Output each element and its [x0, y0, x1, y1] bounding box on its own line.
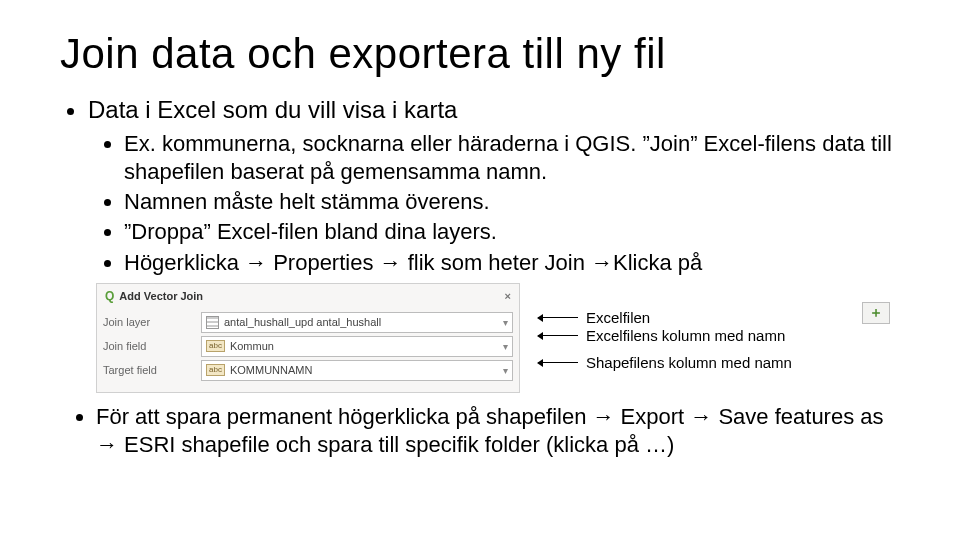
qgis-icon: Q — [105, 289, 114, 303]
join-layer-combo[interactable]: antal_hushall_upd antal_hushall ▾ — [201, 312, 513, 333]
join-field-value: Kommun — [230, 340, 274, 352]
abc-icon: abc — [206, 364, 225, 376]
layer-icon — [206, 316, 219, 329]
arrow-left-icon — [538, 362, 578, 363]
join-layer-value: antal_hushall_upd antal_hushall — [224, 316, 381, 328]
annotation-excelfile: Excelfilen — [586, 309, 650, 327]
abc-icon: abc — [206, 340, 225, 352]
annotation-excelcolumn: Excelfilens kolumn med namn — [586, 327, 785, 345]
subbullet-3: ”Droppa” Excel-filen bland dina layers. — [124, 218, 900, 246]
add-vector-join-dialog: Q Add Vector Join × Join layer antal_hus… — [96, 283, 520, 393]
arrow-left-icon — [538, 317, 578, 318]
chevron-down-icon: ▾ — [503, 341, 508, 352]
chevron-down-icon: ▾ — [503, 317, 508, 328]
chevron-down-icon: ▾ — [503, 365, 508, 376]
slide-title: Join data och exportera till ny fil — [60, 30, 900, 78]
bullet-list: Data i Excel som du vill visa i karta Ex… — [60, 96, 900, 277]
join-field-combo[interactable]: abc Kommun ▾ — [201, 336, 513, 357]
dialog-title: Add Vector Join — [119, 290, 203, 302]
target-field-label: Target field — [103, 364, 191, 376]
add-join-button[interactable]: ＋ — [862, 302, 890, 324]
bullet-1: Data i Excel som du vill visa i karta — [88, 96, 900, 124]
join-field-label: Join field — [103, 340, 191, 352]
annotations: Excelfilen Excelfilens kolumn med namn S… — [538, 309, 792, 372]
subbullet-1: Ex. kommunerna, socknarna eller häradern… — [124, 130, 900, 186]
subbullet-2: Namnen måste helt stämma överens. — [124, 188, 900, 216]
target-field-combo[interactable]: abc KOMMUNNAMN ▾ — [201, 360, 513, 381]
arrow-left-icon — [538, 335, 578, 336]
subbullet-4: Högerklicka → Properties → flik som hete… — [124, 249, 900, 277]
target-field-value: KOMMUNNAMN — [230, 364, 313, 376]
annotation-shapecolumn: Shapefilens kolumn med namn — [586, 354, 792, 372]
join-layer-label: Join layer — [103, 316, 191, 328]
subbullet-5: För att spara permanent högerklicka på s… — [96, 403, 900, 459]
close-icon[interactable]: × — [505, 290, 511, 302]
